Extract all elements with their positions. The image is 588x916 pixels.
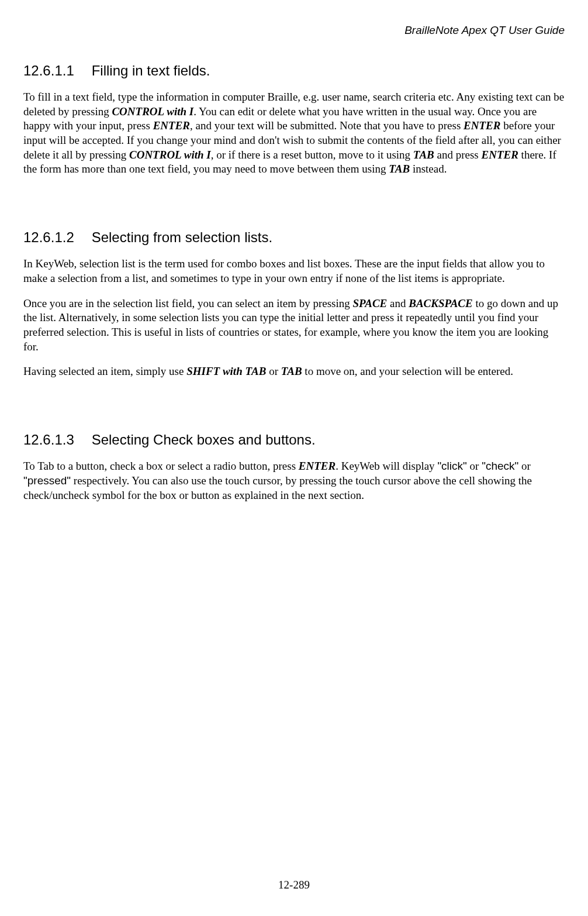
body-paragraph: To Tab to a button, check a box or selec… bbox=[23, 459, 565, 502]
section-title: Selecting from selection lists. bbox=[92, 229, 272, 245]
key-name: BACKSPACE bbox=[409, 297, 472, 309]
text-run: or bbox=[266, 365, 281, 377]
body-paragraph: To fill in a text field, type the inform… bbox=[23, 90, 565, 177]
text-run: Once you are in the selection list field… bbox=[23, 297, 353, 309]
key-name: ENTER bbox=[299, 460, 335, 472]
text-run: respectively. You can also use the touch… bbox=[23, 474, 532, 501]
section-title: Filling in text fields. bbox=[92, 63, 210, 78]
text-run: and press bbox=[434, 149, 482, 161]
section-number: 12.6.1.3 bbox=[23, 431, 88, 449]
key-name: ENTER bbox=[464, 119, 500, 132]
section-heading: 12.6.1.2 Selecting from selection lists. bbox=[23, 228, 565, 246]
text-run: and bbox=[387, 297, 409, 309]
section-heading: 12.6.1.1 Filling in text fields. bbox=[23, 61, 565, 80]
body-paragraph: In KeyWeb, selection list is the term us… bbox=[23, 257, 565, 285]
key-name: TAB bbox=[389, 163, 410, 175]
text-run: Having selected an item, simply use bbox=[23, 365, 186, 377]
body-paragraph: Having selected an item, simply use SHIF… bbox=[23, 364, 565, 379]
text-run: or bbox=[467, 460, 482, 472]
key-name: CONTROL with I bbox=[129, 149, 211, 161]
section-title: Selecting Check boxes and buttons. bbox=[92, 432, 316, 447]
display-term: "pressed" bbox=[23, 474, 71, 487]
text-run: instead. bbox=[410, 163, 447, 175]
text-run: or bbox=[518, 460, 531, 472]
display-term: "check" bbox=[482, 460, 518, 472]
key-name: CONTROL with I bbox=[112, 105, 193, 118]
page-header: BrailleNote Apex QT User Guide bbox=[23, 23, 565, 38]
text-run: . KeyWeb will display bbox=[335, 460, 437, 472]
text-run: To Tab to a button, check a box or selec… bbox=[23, 460, 299, 472]
content-area: 12.6.1.1 Filling in text fields.To fill … bbox=[23, 61, 565, 503]
page-footer: 12-289 bbox=[0, 878, 588, 893]
body-paragraph: Once you are in the selection list field… bbox=[23, 297, 565, 354]
section-gap bbox=[23, 187, 565, 211]
text-run: , or if there is a reset button, move to… bbox=[211, 149, 413, 161]
key-name: SHIFT with TAB bbox=[186, 365, 266, 377]
text-run: to move on, and your selection will be e… bbox=[302, 365, 513, 377]
key-name: ENTER bbox=[482, 149, 518, 161]
text-run: , and your text will be submitted. Note … bbox=[190, 119, 464, 132]
key-name: TAB bbox=[281, 365, 302, 377]
key-name: SPACE bbox=[353, 297, 388, 309]
section-number: 12.6.1.2 bbox=[23, 228, 88, 246]
section-number: 12.6.1.1 bbox=[23, 61, 88, 80]
section-gap bbox=[23, 390, 565, 413]
display-term: "click" bbox=[437, 460, 466, 472]
text-run: In KeyWeb, selection list is the term us… bbox=[23, 257, 545, 284]
key-name: ENTER bbox=[153, 119, 190, 132]
section-heading: 12.6.1.3 Selecting Check boxes and butto… bbox=[23, 431, 565, 449]
key-name: TAB bbox=[413, 149, 434, 161]
